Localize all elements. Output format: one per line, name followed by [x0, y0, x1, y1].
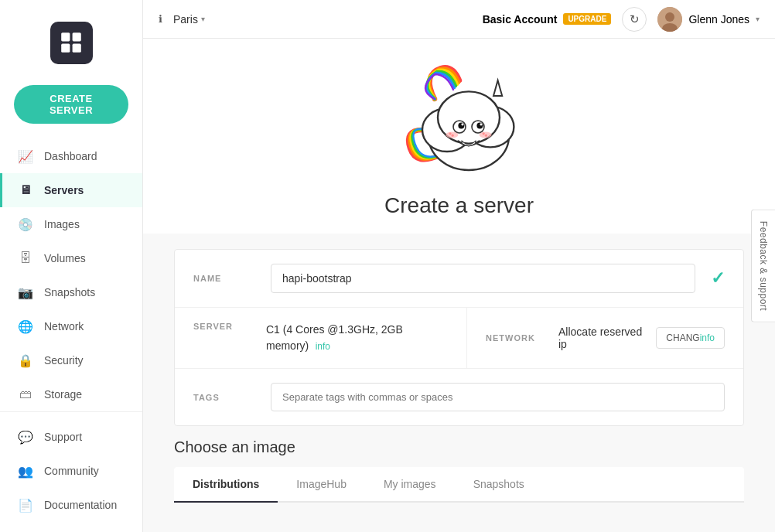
svg-point-20: [451, 135, 453, 137]
tags-row: TAGS: [175, 369, 743, 425]
tags-label: TAGS: [193, 393, 255, 402]
sidebar-item-documentation[interactable]: 📄 Documentation: [0, 488, 142, 522]
storage-icon: 🗃: [18, 387, 33, 402]
refresh-button[interactable]: ↻: [622, 7, 647, 32]
documentation-icon: 📄: [18, 497, 33, 513]
tab-snapshots[interactable]: Snapshots: [455, 467, 543, 503]
svg-point-5: [665, 12, 674, 22]
sidebar-label-images: Images: [44, 218, 80, 230]
mascot-image: [398, 62, 521, 186]
avatar-image: [657, 7, 682, 32]
avatar: [657, 7, 682, 32]
volumes-icon: 🗄: [18, 251, 33, 266]
svg-point-19: [449, 132, 451, 135]
sidebar-item-snapshots[interactable]: 📷 Snapshots: [0, 275, 142, 309]
name-row: NAME ✓: [175, 250, 743, 308]
sidebar-label-servers: Servers: [44, 184, 84, 196]
sidebar-item-support[interactable]: 💬 Support: [0, 420, 142, 454]
sidebar-label-security: Security: [44, 354, 84, 367]
sidebar-item-servers[interactable]: 🖥 Servers: [0, 173, 142, 207]
tags-input[interactable]: [271, 383, 725, 411]
snapshots-icon: 📷: [18, 285, 33, 300]
account-type: Basic Account: [483, 13, 558, 26]
svg-rect-2: [61, 44, 70, 53]
sidebar-item-volumes[interactable]: 🗄 Volumes: [0, 241, 142, 275]
app-logo: [50, 22, 93, 64]
images-icon: 💿: [18, 217, 33, 232]
user-name: Glenn Jones: [688, 13, 749, 26]
svg-rect-1: [73, 32, 81, 41]
sidebar-navigation: 📈 Dashboard 🖥 Servers 💿 Images 🗄 Volumes…: [0, 139, 142, 532]
upgrade-badge[interactable]: upgrade: [563, 13, 611, 25]
user-menu-chevron: ▾: [756, 15, 760, 23]
network-icon: 🌐: [18, 319, 33, 334]
sidebar-label-dashboard: Dashboard: [44, 150, 97, 162]
server-info-link[interactable]: info: [316, 341, 330, 352]
server-cell: SERVER C1 (4 Cores @1.3GHz, 2GB memory) …: [175, 308, 451, 368]
tab-my-images[interactable]: My images: [365, 467, 455, 503]
page-hero: Create a server: [143, 39, 775, 234]
page-content: Create a server NAME ✓ SERVER C1 (4 Core…: [143, 39, 775, 532]
header-left: ℹ Paris ▾: [159, 10, 211, 29]
tab-distributions[interactable]: Distributions: [174, 467, 278, 503]
support-icon: 💬: [18, 429, 33, 445]
account-info: Basic Account upgrade: [483, 13, 612, 26]
sidebar-label-storage: Storage: [44, 388, 82, 401]
server-info: C1 (4 Cores @1.3GHz, 2GB memory) info: [266, 322, 432, 354]
svg-rect-3: [73, 44, 81, 53]
network-cell: NETWORK Allocate reserved ip CHANGinfo: [466, 308, 743, 368]
svg-marker-23: [493, 80, 502, 96]
form-container: NAME ✓ SERVER C1 (4 Cores @1.3GHz, 2GB m…: [143, 234, 775, 503]
feedback-button[interactable]: Feedback & support: [751, 210, 775, 322]
sidebar-label-volumes: Volumes: [44, 252, 86, 264]
network-value: Allocate reserved ip: [558, 326, 645, 350]
server-network-row: SERVER C1 (4 Cores @1.3GHz, 2GB memory) …: [175, 308, 743, 369]
location-icon: ℹ: [159, 13, 162, 25]
sidebar: CREATE SERVER 📈 Dashboard 🖥 Servers 💿 Im…: [0, 0, 143, 532]
location-dropdown[interactable]: Paris ▾: [167, 10, 211, 29]
network-label: NETWORK: [486, 333, 548, 343]
create-server-button[interactable]: CREATE SERVER: [14, 85, 128, 124]
location-label: Paris: [173, 13, 198, 26]
image-tabs: DistributionsImageHubMy imagesSnapshots: [174, 467, 744, 503]
change-network-button[interactable]: CHANGinfo: [656, 327, 725, 349]
svg-point-15: [461, 123, 463, 125]
sidebar-item-images[interactable]: 💿 Images: [0, 207, 142, 241]
server-name: C1 (4 Cores @1.3GHz, 2GB memory): [266, 323, 403, 352]
change-label: CHANG: [666, 332, 699, 343]
svg-point-22: [484, 135, 487, 137]
sidebar-item-network[interactable]: 🌐 Network: [0, 309, 142, 343]
sidebar-item-storage[interactable]: 🗃 Storage: [0, 377, 142, 411]
tab-imagehub[interactable]: ImageHub: [278, 467, 365, 503]
svg-rect-0: [61, 32, 70, 41]
validation-check-icon: ✓: [711, 268, 725, 288]
svg-point-21: [482, 132, 484, 135]
server-form: NAME ✓ SERVER C1 (4 Cores @1.3GHz, 2GB m…: [174, 249, 744, 426]
name-input[interactable]: [271, 264, 695, 293]
servers-icon: 🖥: [18, 182, 33, 198]
choose-image-section: Choose an image DistributionsImageHubMy …: [174, 438, 744, 503]
svg-point-14: [476, 122, 483, 128]
dashboard-icon: 📈: [18, 148, 33, 164]
choose-image-title: Choose an image: [174, 438, 744, 456]
sidebar-label-documentation: Documentation: [44, 499, 117, 511]
name-label: NAME: [193, 274, 255, 283]
logo-svg: [59, 30, 84, 55]
logo-area: [0, 0, 142, 85]
svg-point-13: [458, 122, 464, 128]
change-info: info: [700, 332, 715, 343]
server-label: SERVER: [193, 322, 255, 331]
sidebar-label-network: Network: [44, 320, 84, 332]
svg-point-16: [480, 123, 482, 125]
sidebar-item-dashboard[interactable]: 📈 Dashboard: [0, 139, 142, 173]
header-right: Basic Account upgrade ↻ Glenn Jones ▾: [483, 7, 760, 32]
page-title: Create a server: [384, 193, 534, 218]
sidebar-label-support: Support: [44, 431, 82, 443]
main-area: ℹ Paris ▾ Basic Account upgrade ↻: [143, 0, 775, 532]
user-menu[interactable]: Glenn Jones ▾: [657, 7, 760, 32]
sidebar-label-snapshots: Snapshots: [44, 286, 95, 298]
community-icon: 👥: [18, 463, 33, 479]
sidebar-item-security[interactable]: 🔒 Security: [0, 343, 142, 377]
sidebar-item-community[interactable]: 👥 Community: [0, 454, 142, 488]
security-icon: 🔒: [18, 353, 33, 368]
